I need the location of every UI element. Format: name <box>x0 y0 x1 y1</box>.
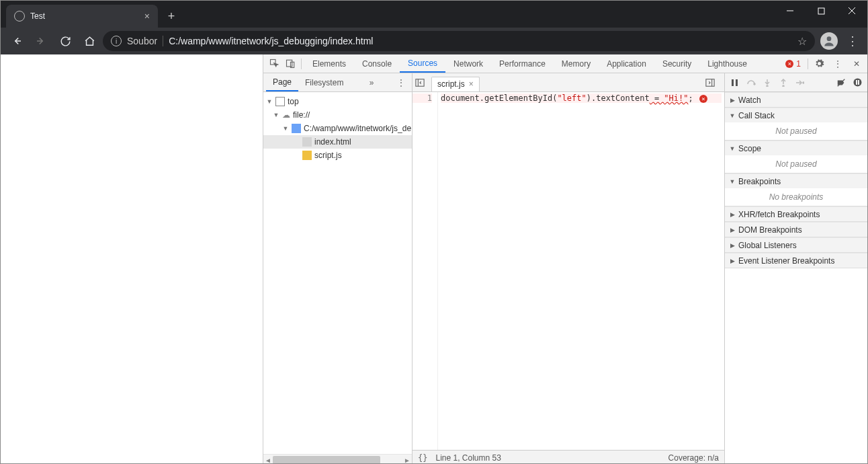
profile-avatar[interactable] <box>820 32 838 50</box>
code-line: document.getElementById("left").textCont… <box>441 93 722 103</box>
scroll-left-icon[interactable]: ◄ <box>263 455 273 464</box>
maximize-button[interactable] <box>806 1 836 21</box>
breakpoints-body: No breakpoints <box>725 188 867 206</box>
section-callstack[interactable]: ▼Call Stack <box>725 108 867 122</box>
tab-memory[interactable]: Memory <box>554 54 599 73</box>
svg-rect-15 <box>736 79 738 86</box>
section-breakpoints[interactable]: ▼Breakpoints <box>725 173 867 188</box>
tab-application[interactable]: Application <box>599 54 654 73</box>
svg-point-16 <box>754 83 755 85</box>
minimize-button[interactable] <box>775 1 806 21</box>
browser-tab[interactable]: Test × <box>6 5 158 28</box>
section-scope[interactable]: ▼Scope <box>725 141 867 155</box>
subtab-page[interactable]: Page <box>266 73 298 91</box>
device-toggle-icon[interactable] <box>282 56 298 72</box>
settings-icon[interactable] <box>811 56 827 72</box>
coverage-status: Coverage: n/a <box>668 453 719 463</box>
tree-top[interactable]: ▼top <box>263 95 412 108</box>
address-bar[interactable]: i Soubor C:/wamp/www/itnetwork/js_debugg… <box>103 31 815 51</box>
svg-rect-1 <box>818 8 824 14</box>
subtab-filesystem[interactable]: Filesystem <box>298 73 350 92</box>
debugger-panel: ▶Watch ▼Call Stack Not paused ▼Scope Not… <box>725 73 867 464</box>
step-out-icon[interactable] <box>776 75 791 90</box>
tab-title: Test <box>30 11 139 21</box>
section-watch[interactable]: ▶Watch <box>725 92 867 107</box>
bookmark-icon[interactable]: ☆ <box>797 35 807 48</box>
editor-tab-close-icon[interactable]: × <box>469 79 474 89</box>
tab-lighthouse[interactable]: Lighthouse <box>699 54 755 73</box>
callstack-body: Not paused <box>725 122 867 140</box>
pause-icon[interactable] <box>728 75 742 90</box>
devtools: Elements Console Sources Network Perform… <box>263 54 867 464</box>
toggle-navigator-icon[interactable] <box>415 78 431 87</box>
toggle-debugger-icon[interactable] <box>705 78 722 87</box>
scroll-right-icon[interactable]: ► <box>402 455 412 464</box>
editor-tab[interactable]: script.js × <box>431 77 480 91</box>
scope-body: Not paused <box>725 155 867 173</box>
svg-rect-14 <box>732 79 734 86</box>
new-tab-button[interactable]: + <box>162 7 181 26</box>
close-tab-icon[interactable]: × <box>144 11 150 21</box>
page-icon <box>302 137 312 147</box>
tree-folder[interactable]: ▼C:/wamp/www/itnetwork/js_de <box>263 122 412 135</box>
tab-security[interactable]: Security <box>654 54 699 73</box>
svg-point-20 <box>783 85 784 87</box>
step-into-icon[interactable] <box>760 75 775 90</box>
deactivate-breakpoints-icon[interactable] <box>834 75 849 90</box>
browser-title-bar: Test × + <box>1 1 867 28</box>
close-window-button[interactable] <box>836 1 867 21</box>
section-event[interactable]: ▶Event Listener Breakpoints <box>725 253 867 268</box>
tab-network[interactable]: Network <box>445 54 491 73</box>
cloud-icon: ☁ <box>282 110 290 120</box>
devtools-menu-icon[interactable]: ⋮ <box>830 56 846 72</box>
navigator-scrollbar[interactable]: ◄ ► <box>263 454 412 464</box>
pretty-print-icon[interactable]: {} <box>418 453 427 463</box>
editor-status-bar: {} Line 1, Column 53 Coverage: n/a <box>413 450 724 464</box>
page-viewport <box>1 54 263 464</box>
chrome-menu-button[interactable]: ⋮ <box>843 34 862 48</box>
window-icon <box>275 97 285 106</box>
file-tree: ▼top ▼☁file:// ▼C:/wamp/www/itnetwork/js… <box>263 92 412 454</box>
devtools-tab-strip: Elements Console Sources Network Perform… <box>263 54 867 73</box>
home-button[interactable] <box>79 30 100 52</box>
navigator-menu-icon[interactable]: ⋮ <box>393 78 409 87</box>
section-dom[interactable]: ▶DOM Breakpoints <box>725 222 867 237</box>
error-icon: × <box>785 60 793 68</box>
editor-panel: script.js × 1 document.getElementById("l… <box>413 73 725 464</box>
tab-console[interactable]: Console <box>354 54 400 73</box>
tab-elements[interactable]: Elements <box>304 54 354 73</box>
scroll-thumb[interactable] <box>273 456 380 464</box>
browser-nav-bar: i Soubor C:/wamp/www/itnetwork/js_debugg… <box>1 28 867 54</box>
tree-file-js[interactable]: script.js <box>263 149 412 162</box>
svg-point-6 <box>827 36 832 41</box>
url-path: C:/wamp/www/itnetwork/js_debugging/index… <box>169 36 792 46</box>
reload-button[interactable] <box>54 30 76 52</box>
url-scheme: Soubor <box>127 36 157 46</box>
tree-origin[interactable]: ▼☁file:// <box>263 108 412 122</box>
forward-button[interactable] <box>30 30 52 52</box>
folder-icon <box>292 124 301 133</box>
tab-sources[interactable]: Sources <box>400 54 445 73</box>
more-subtabs-icon[interactable]: » <box>363 78 380 87</box>
back-button[interactable] <box>6 30 28 52</box>
svg-rect-26 <box>858 80 859 85</box>
code-editor[interactable]: 1 document.getElementById("left").textCo… <box>413 92 724 450</box>
section-global[interactable]: ▶Global Listeners <box>725 237 867 252</box>
tab-performance[interactable]: Performance <box>491 54 554 73</box>
step-icon[interactable] <box>792 75 807 90</box>
pause-on-exceptions-icon[interactable] <box>850 75 865 90</box>
inspect-icon[interactable] <box>266 56 282 72</box>
section-xhr[interactable]: ▶XHR/fetch Breakpoints <box>725 206 867 221</box>
svg-rect-25 <box>856 80 857 85</box>
error-count: 1 <box>796 59 801 69</box>
error-indicator[interactable]: ×1 <box>781 59 805 69</box>
line-number: 1 <box>413 93 432 103</box>
error-inline-icon[interactable]: × <box>699 95 707 103</box>
step-over-icon[interactable] <box>744 75 758 90</box>
devtools-close-icon[interactable]: ✕ <box>849 56 865 72</box>
svg-point-18 <box>767 85 768 87</box>
svg-point-22 <box>803 82 804 83</box>
js-icon <box>302 151 312 160</box>
info-icon[interactable]: i <box>111 36 122 46</box>
tree-file-html[interactable]: index.html <box>263 135 412 149</box>
